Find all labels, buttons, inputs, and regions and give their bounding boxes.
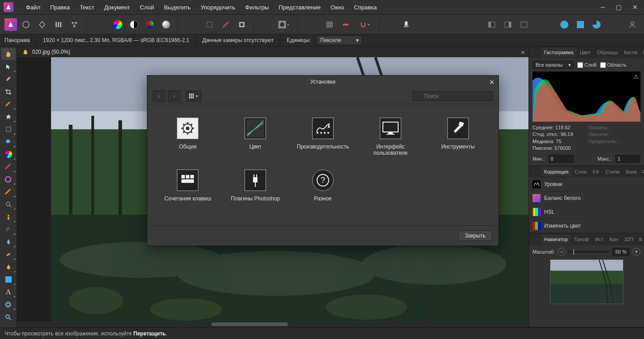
hand-tool[interactable] xyxy=(1,48,16,60)
persona-develop-icon[interactable] xyxy=(35,17,49,32)
panel-menu-icon[interactable]: ≡ xyxy=(641,48,644,57)
tab-32bit[interactable]: 32П xyxy=(622,235,636,244)
tab-history[interactable]: Ист xyxy=(592,235,606,244)
scrollbar-thumb[interactable] xyxy=(211,322,288,326)
marquee-tool[interactable] xyxy=(1,123,16,135)
pref-performance[interactable]: Производительность xyxy=(292,113,355,161)
tab-stock[interactable]: Банк xyxy=(623,167,640,176)
zoom-slider[interactable] xyxy=(568,251,610,253)
document-tab[interactable]: 020.jpg (50.0%) xyxy=(17,47,76,56)
tab-transform[interactable]: Трнсф xyxy=(571,235,592,244)
studio-right-icon[interactable] xyxy=(501,17,515,32)
dialog-titlebar[interactable]: Установки ✕ xyxy=(147,76,498,88)
gradient-tool[interactable] xyxy=(1,148,16,160)
pref-plugins[interactable]: Плагины Photoshop xyxy=(224,165,287,206)
panel-menu-icon[interactable]: ≡ xyxy=(637,235,644,244)
grid-icon[interactable] xyxy=(322,17,337,32)
persona-tone-icon[interactable] xyxy=(51,17,65,32)
persona-photo-icon[interactable] xyxy=(4,18,17,31)
layer-square-icon[interactable] xyxy=(573,17,588,32)
tab-navigator[interactable]: Навигатор xyxy=(541,235,571,244)
pref-color[interactable]: Цвет xyxy=(224,113,287,161)
navigator-thumbnail[interactable] xyxy=(550,259,623,304)
sphere-icon[interactable] xyxy=(159,17,173,32)
search-input[interactable] xyxy=(412,91,493,101)
nav-back-button[interactable]: ‹ xyxy=(153,90,165,102)
patch-tool[interactable] xyxy=(1,249,16,260)
color-wheel-icon[interactable] xyxy=(111,17,125,32)
studio-hide-icon[interactable] xyxy=(517,17,531,32)
assistant-icon[interactable] xyxy=(399,17,413,32)
panel-grip-icon[interactable]: ⋮⋮ xyxy=(531,50,541,55)
panel-menu-icon[interactable]: ≡ xyxy=(640,167,644,176)
panel-grip-icon[interactable]: ⋮⋮ xyxy=(531,237,541,242)
pen-tool[interactable] xyxy=(1,261,16,273)
account-icon[interactable] xyxy=(625,17,640,32)
adjust-levels[interactable]: Уровни xyxy=(529,178,644,191)
layer-circle1-icon[interactable] xyxy=(557,17,571,32)
smudge-tool[interactable] xyxy=(1,236,16,248)
clone-tool[interactable] xyxy=(1,186,16,198)
menu-document[interactable]: Документ xyxy=(100,2,135,13)
quickmask-icon[interactable]: ▾ xyxy=(274,17,293,32)
snap-icon[interactable]: ▾ xyxy=(355,17,374,32)
units-select[interactable]: Пиксели▾ xyxy=(317,36,362,45)
region-checkbox[interactable]: Область xyxy=(600,62,627,68)
channel-select[interactable]: Все каналы▾ xyxy=(532,61,574,69)
move-tool[interactable] xyxy=(1,61,16,72)
eyedropper-tool[interactable] xyxy=(1,73,16,85)
menu-arrange[interactable]: Упорядочить xyxy=(196,2,240,13)
menu-layer[interactable]: Слой xyxy=(135,2,159,13)
pref-shortcuts[interactable]: Сочетания клавиш xyxy=(156,165,219,206)
persona-export-icon[interactable] xyxy=(67,17,82,32)
flood-tool[interactable] xyxy=(1,136,16,148)
tab-layers[interactable]: Слои xyxy=(572,167,589,176)
zoom-blur-tool[interactable] xyxy=(1,199,16,210)
menu-help[interactable]: Справка xyxy=(349,2,381,13)
adjust-recolor[interactable]: Изменить цвет xyxy=(529,219,644,233)
menu-edit[interactable]: Правка xyxy=(46,2,74,13)
pref-ui[interactable]: Интерфейс пользователя xyxy=(359,113,422,161)
min-input[interactable] xyxy=(549,155,574,163)
studio-left-icon[interactable] xyxy=(485,17,499,32)
shape-tool[interactable] xyxy=(1,274,16,285)
adjust-white-balance[interactable]: Баланс белого xyxy=(529,191,644,205)
close-dialog-button[interactable]: Закрыть xyxy=(458,230,492,241)
tab-swatches[interactable]: Образцы xyxy=(594,48,620,57)
mesh-tool[interactable] xyxy=(1,299,16,310)
menu-text[interactable]: Текст xyxy=(75,2,99,13)
rgb-icon[interactable] xyxy=(143,17,157,32)
menu-file[interactable]: Файл xyxy=(21,2,45,13)
menu-window[interactable]: Окно xyxy=(326,2,348,13)
minimize-button[interactable]: ─ xyxy=(598,3,608,12)
grid-view-button[interactable]: ▾ xyxy=(186,90,201,102)
tab-fx[interactable]: FX xyxy=(590,167,602,176)
dialog-close-button[interactable]: ✕ xyxy=(489,78,495,86)
zoom-in-button[interactable]: + xyxy=(632,248,640,256)
tab-styles[interactable]: Стили xyxy=(603,167,623,176)
tab-histogram[interactable]: Гистограмма xyxy=(541,48,576,57)
liquify-tool[interactable] xyxy=(1,211,16,223)
tab-color[interactable]: Цвет xyxy=(577,48,594,57)
zoom-out-button[interactable]: − xyxy=(558,248,566,256)
pref-general[interactable]: Общие xyxy=(156,113,219,161)
layer-circle2-icon[interactable] xyxy=(589,17,604,32)
max-input[interactable] xyxy=(615,155,640,163)
maximize-button[interactable]: ▢ xyxy=(613,3,624,12)
zoom-tool[interactable] xyxy=(1,311,16,323)
fx-tool[interactable] xyxy=(1,111,16,123)
tab-channels[interactable]: Кан xyxy=(607,235,621,244)
horizontal-scrollbar[interactable] xyxy=(17,321,528,327)
layer-checkbox[interactable]: Слой xyxy=(577,62,597,68)
selection-all-icon[interactable] xyxy=(202,17,217,32)
menu-filters[interactable]: Фильтры xyxy=(240,2,273,13)
adjust-hsl[interactable]: HSL xyxy=(529,205,644,219)
zoom-value[interactable]: 50 % xyxy=(612,248,630,256)
paint-tool[interactable] xyxy=(1,98,16,110)
close-button[interactable]: ✕ xyxy=(630,3,640,12)
spray-tool[interactable] xyxy=(1,224,16,235)
nav-forward-button[interactable]: › xyxy=(168,90,180,102)
pref-tools[interactable]: Инструменты xyxy=(426,113,489,161)
selection-none-icon[interactable] xyxy=(219,17,233,32)
heal-tool[interactable] xyxy=(1,174,16,185)
